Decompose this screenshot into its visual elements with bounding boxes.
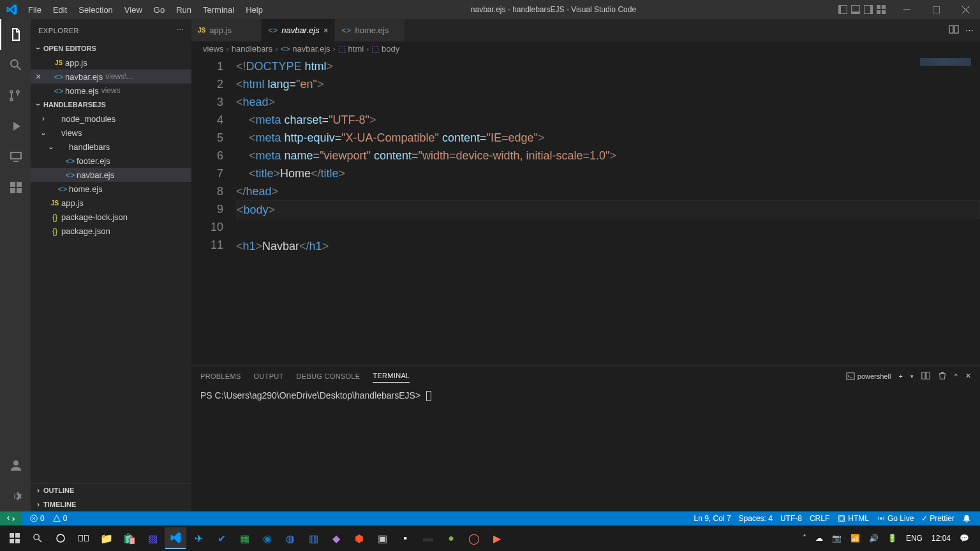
status-warnings[interactable]: 0	[48, 511, 71, 525]
app-icon[interactable]: ◍	[279, 527, 301, 549]
search-icon[interactable]	[27, 527, 48, 549]
maximize-panel-icon[interactable]: ^	[954, 372, 958, 380]
microsoft-store-icon[interactable]: 🛍️	[119, 527, 140, 549]
run-debug-icon[interactable]	[0, 111, 31, 142]
panel-tab-terminal[interactable]: TERMINAL	[373, 369, 410, 383]
open-editor-item[interactable]: ×JSapp.js	[31, 55, 191, 70]
breadcrumbs[interactable]: views›handlebars›<> navbar.ejs›⬚ html›⬚ …	[191, 41, 980, 55]
layout-grid-icon[interactable]	[877, 5, 886, 14]
volume-icon[interactable]: 🔊	[867, 534, 880, 543]
layout-icon[interactable]	[838, 5, 847, 14]
status-go-live[interactable]: Go Live	[873, 511, 917, 525]
file-item[interactable]: <>navbar.ejs	[31, 168, 191, 182]
status-errors[interactable]: 0	[26, 511, 48, 525]
panel-tab-debug-console[interactable]: DEBUG CONSOLE	[297, 370, 360, 383]
breadcrumb-item[interactable]: handlebars	[232, 44, 272, 54]
folder-item[interactable]: ⌄handlebars	[31, 140, 191, 154]
menu-selection[interactable]: Selection	[73, 0, 118, 19]
editor-tab[interactable]: <>navbar.ejs×	[262, 19, 335, 41]
split-editor-icon[interactable]	[949, 24, 959, 36]
app-icon[interactable]: ●	[440, 527, 462, 549]
minimize-button[interactable]	[892, 0, 921, 19]
file-item[interactable]: <>footer.ejs	[31, 154, 191, 168]
close-tab-icon[interactable]: ×	[323, 26, 329, 35]
timeline-header[interactable]: ›TIMELINE	[31, 497, 191, 511]
terminal-content[interactable]: PS C:\Users\ag290\OneDrive\Desktop\handl…	[191, 386, 980, 511]
more-icon[interactable]: ⋯	[965, 26, 974, 35]
wifi-icon[interactable]: 📶	[849, 534, 862, 543]
terminal-shell-picker[interactable]: powershell	[846, 372, 891, 381]
cortana-icon[interactable]	[50, 527, 71, 549]
visual-studio-icon[interactable]: ◆	[325, 527, 347, 549]
app-icon[interactable]: ◯	[463, 527, 485, 549]
code-editor[interactable]: 1234567891011 <!DOCTYPE html><html lang=…	[191, 55, 980, 365]
status-encoding[interactable]: UTF-8	[776, 511, 806, 525]
file-explorer-icon[interactable]: 📁	[96, 527, 117, 549]
folder-item[interactable]: ⌄views	[31, 126, 191, 140]
layout-icon[interactable]	[851, 5, 860, 14]
source-control-icon[interactable]	[0, 80, 31, 111]
vscode-taskbar-icon[interactable]	[165, 527, 186, 549]
status-prettier[interactable]: ✓ Prettier	[917, 511, 958, 525]
terminal-icon[interactable]: ▣	[371, 527, 393, 549]
menu-edit[interactable]: Edit	[47, 0, 73, 19]
app-icon[interactable]: ▦	[234, 527, 255, 549]
kill-terminal-icon[interactable]	[938, 371, 947, 381]
menu-file[interactable]: File	[22, 0, 47, 19]
meet-now-icon[interactable]: 📷	[830, 534, 843, 543]
panel-tab-output[interactable]: OUTPUT	[254, 370, 284, 383]
new-terminal-icon[interactable]: +	[898, 372, 902, 380]
breadcrumb-item[interactable]: ⬚ body	[371, 44, 399, 54]
status-cursor-position[interactable]: Ln 9, Col 7	[690, 511, 735, 525]
editor-tab[interactable]: <>home.ejs×	[335, 19, 405, 41]
start-button[interactable]	[4, 527, 26, 549]
more-icon[interactable]: ⋯	[177, 26, 184, 34]
explorer-icon[interactable]	[0, 19, 31, 50]
maximize-button[interactable]	[921, 0, 951, 19]
editor-tab[interactable]: JSapp.js×	[191, 19, 262, 41]
onedrive-icon[interactable]: ☁	[813, 534, 825, 543]
app-icon[interactable]: ▬	[417, 527, 439, 549]
edge-icon[interactable]: ◉	[256, 527, 278, 549]
app-icon[interactable]: ▥	[302, 527, 324, 549]
menu-help[interactable]: Help	[240, 0, 269, 19]
menu-view[interactable]: View	[119, 0, 148, 19]
accounts-icon[interactable]	[0, 450, 31, 481]
notifications-icon[interactable]: 💬	[958, 534, 971, 543]
status-notifications-icon[interactable]	[958, 511, 975, 525]
app-icon[interactable]: ▶	[486, 527, 508, 549]
open-editor-item[interactable]: ×<>home.ejsviews	[31, 84, 191, 98]
folder-item[interactable]: ›node_modules	[31, 112, 191, 126]
extensions-icon[interactable]	[0, 172, 31, 203]
menu-go[interactable]: Go	[148, 0, 170, 19]
settings-gear-icon[interactable]	[0, 481, 31, 511]
status-eol[interactable]: CRLF	[806, 511, 833, 525]
task-view-icon[interactable]	[73, 527, 94, 549]
close-panel-icon[interactable]: ✕	[965, 372, 971, 380]
breadcrumb-item[interactable]: <> navbar.ejs	[281, 44, 330, 54]
breadcrumb-item[interactable]: views	[203, 44, 224, 54]
close-editor-icon[interactable]: ×	[36, 71, 41, 82]
layout-icon[interactable]	[864, 5, 873, 14]
terminal-dropdown-icon[interactable]: ▾	[910, 373, 914, 379]
menu-terminal[interactable]: Terminal	[197, 0, 240, 19]
breadcrumb-item[interactable]: ⬚ html	[338, 44, 364, 54]
app-icon[interactable]: ✈	[188, 527, 209, 549]
open-editor-item[interactable]: ×<>navbar.ejsviews\...	[31, 70, 191, 84]
file-item[interactable]: {}package.json	[31, 224, 191, 238]
remote-indicator[interactable]	[0, 511, 22, 525]
workspace-header[interactable]: ›HANDLEBARSEJS	[31, 98, 191, 112]
status-indentation[interactable]: Spaces: 4	[735, 511, 776, 525]
file-item[interactable]: {}package-lock.json	[31, 210, 191, 224]
battery-icon[interactable]: 🔋	[886, 534, 899, 543]
status-language[interactable]: HTML	[833, 511, 873, 525]
app-icon[interactable]: ▨	[142, 527, 163, 549]
clock[interactable]: 12:04	[930, 534, 953, 543]
search-icon[interactable]	[0, 50, 31, 80]
app-icon[interactable]: ⬢	[348, 527, 370, 549]
app-icon[interactable]: ▪	[394, 527, 416, 549]
minimap[interactable]	[920, 58, 971, 66]
split-terminal-icon[interactable]	[921, 371, 930, 381]
panel-tab-problems[interactable]: PROBLEMS	[200, 370, 241, 383]
remote-explorer-icon[interactable]	[0, 142, 31, 172]
